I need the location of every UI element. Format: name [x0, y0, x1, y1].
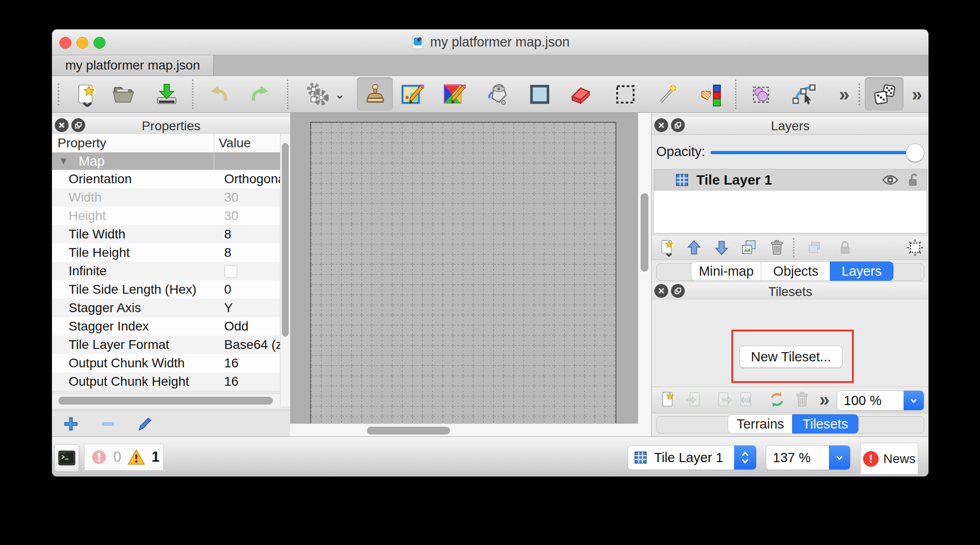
- shape-fill-terrain-tool[interactable]: [442, 81, 467, 107]
- properties-hscrollbar-thumb[interactable]: [58, 397, 273, 405]
- console-button[interactable]: [54, 444, 79, 472]
- new-tileset-button[interactable]: New Tileset...: [740, 346, 842, 368]
- layer-row-tile-layer-1[interactable]: Tile Layer 1: [654, 169, 927, 191]
- highlight-current-layer-button[interactable]: [905, 238, 925, 258]
- layer-select[interactable]: Tile Layer 1: [628, 445, 757, 470]
- map-canvas[interactable]: [310, 122, 616, 424]
- layer-unlocked-icon[interactable]: [905, 172, 921, 188]
- layer-list[interactable]: Tile Layer 1: [653, 169, 927, 233]
- opacity-slider-knob[interactable]: [906, 144, 924, 162]
- reload-tileset-button[interactable]: [767, 389, 787, 410]
- property-row-tile-layer-format[interactable]: Tile Layer FormatBase64 (zlib compressed…: [52, 336, 280, 354]
- canvas-hscrollbar-track[interactable]: [290, 423, 638, 437]
- properties-hscrollbar-track[interactable]: [52, 394, 280, 408]
- magic-wand-tool[interactable]: [654, 81, 680, 107]
- same-tile-select-tool[interactable]: [698, 81, 724, 107]
- close-window-button[interactable]: [59, 37, 71, 49]
- property-row-output-chunk-width[interactable]: Output Chunk Width16: [52, 354, 280, 373]
- error-count: 0: [113, 449, 121, 465]
- disclosure-triangle-icon[interactable]: ▼: [58, 155, 69, 167]
- new-layer-icon: [658, 238, 677, 257]
- show-hide-layers-button[interactable]: [805, 238, 825, 258]
- tab-objects[interactable]: Objects: [761, 261, 831, 281]
- canvas-vscrollbar-track[interactable]: [638, 113, 652, 423]
- properties-scrollbar-thumb[interactable]: [282, 143, 289, 336]
- property-label: Orientation: [52, 170, 220, 188]
- new-tileset-toolbar-button[interactable]: [659, 389, 679, 410]
- lock-layer-button[interactable]: [835, 238, 855, 258]
- layer-visibility-icon[interactable]: [881, 171, 899, 189]
- shape-fill-tool[interactable]: [527, 81, 553, 107]
- property-row-tile-side-length[interactable]: Tile Side Length (Hex)0: [52, 280, 280, 299]
- infinite-checkbox[interactable]: [224, 265, 237, 278]
- delete-layer-button[interactable]: [767, 238, 787, 258]
- undo-button[interactable]: [205, 81, 231, 107]
- redo-button[interactable]: [248, 81, 274, 107]
- delete-tileset-button[interactable]: [792, 389, 812, 410]
- rectangular-select-tool[interactable]: [612, 81, 638, 107]
- stamp-brush-tool[interactable]: [362, 81, 388, 107]
- property-value: 8: [220, 225, 280, 244]
- lower-layer-button[interactable]: [712, 238, 732, 258]
- export-tileset-button[interactable]: [714, 389, 734, 410]
- zoom-select[interactable]: 137 %: [766, 445, 851, 470]
- property-row-infinite[interactable]: Infinite: [52, 262, 280, 281]
- tab-tilesets[interactable]: Tilesets: [792, 414, 858, 434]
- zoom-window-button[interactable]: [93, 37, 105, 49]
- bucket-fill-tool[interactable]: [485, 81, 511, 107]
- arrow-up-icon: [685, 238, 703, 257]
- eraser-tool[interactable]: [568, 81, 594, 107]
- random-mode-button[interactable]: [871, 81, 897, 107]
- raise-layer-button[interactable]: [684, 238, 704, 258]
- property-row-height[interactable]: Height30: [52, 207, 280, 226]
- tileset-zoom-select[interactable]: 100 %: [837, 390, 924, 411]
- dropdown-cap[interactable]: [829, 446, 850, 470]
- add-property-icon[interactable]: [61, 414, 81, 434]
- select-objects-tool[interactable]: [749, 81, 775, 107]
- edit-polygons-tool[interactable]: [791, 81, 817, 107]
- property-row-tile-width[interactable]: Tile Width8: [52, 225, 280, 244]
- new-layer-button[interactable]: [658, 238, 678, 258]
- properties-scrollbar-track[interactable]: [280, 134, 291, 406]
- new-map-button[interactable]: [74, 81, 99, 107]
- map-pencil-icon: [400, 82, 425, 107]
- open-folder-icon: [111, 82, 136, 107]
- dropdown-cap[interactable]: [904, 391, 924, 410]
- remove-property-icon[interactable]: [98, 414, 117, 434]
- stamp-icon: [363, 82, 387, 106]
- property-row-orientation[interactable]: OrientationOrthogonal: [52, 170, 280, 189]
- property-row-output-chunk-height[interactable]: Output Chunk Height16: [52, 372, 280, 391]
- map-group-row[interactable]: ▼ Map: [52, 152, 280, 170]
- terrain-brush-tool[interactable]: [400, 81, 426, 107]
- property-row-stagger-axis[interactable]: Stagger AxisY: [52, 299, 280, 318]
- automapping-menu-arrow[interactable]: ⌄: [332, 81, 348, 107]
- tab-label: Tilesets: [803, 417, 848, 432]
- save-button[interactable]: [154, 81, 180, 107]
- toolbar-overflow-button[interactable]: »: [905, 81, 928, 107]
- open-file-button[interactable]: [111, 81, 136, 107]
- tab-mini-map[interactable]: Mini-map: [691, 261, 762, 281]
- canvas-hscrollbar-thumb[interactable]: [367, 427, 450, 435]
- automapping-button[interactable]: [303, 81, 332, 107]
- duplicate-layer-button[interactable]: [739, 238, 759, 258]
- tileset-overflow-button[interactable]: »: [815, 389, 834, 410]
- issue-counter[interactable]: 0 1: [84, 444, 163, 470]
- tab-layers[interactable]: Layers: [830, 261, 893, 281]
- tab-terrains[interactable]: Terrains: [728, 414, 793, 434]
- canvas-vscrollbar-thumb[interactable]: [641, 193, 648, 272]
- property-row-width[interactable]: Width30: [52, 188, 280, 207]
- edit-property-icon[interactable]: [135, 414, 154, 434]
- opacity-slider-track[interactable]: [711, 151, 919, 154]
- embed-tileset-button[interactable]: [684, 389, 704, 410]
- news-button[interactable]: ! News: [860, 443, 918, 475]
- edit-tileset-button[interactable]: [736, 389, 756, 410]
- dropdown-cap[interactable]: [734, 446, 756, 470]
- tab-label: Terrains: [736, 417, 784, 432]
- property-row-tile-height[interactable]: Tile Height8: [52, 244, 280, 262]
- document-tab[interactable]: my platformer map.json: [52, 55, 214, 75]
- toolbar-handle[interactable]: [58, 83, 59, 105]
- toolbar-overflow-button[interactable]: »: [833, 81, 856, 107]
- toolbar-handle[interactable]: [858, 83, 860, 105]
- property-row-stagger-index[interactable]: Stagger IndexOdd: [52, 317, 280, 336]
- minimize-window-button[interactable]: [76, 37, 88, 49]
